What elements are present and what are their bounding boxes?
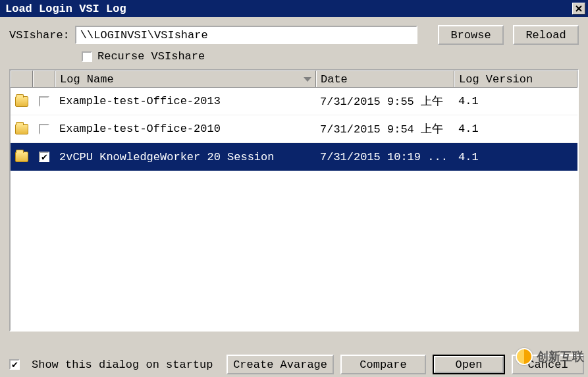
close-icon [575, 5, 582, 12]
recurse-label: Recurse VSIshare [97, 50, 205, 63]
browse-button[interactable]: Browse [438, 25, 504, 45]
share-label: VSIshare: [9, 29, 70, 42]
column-name-label: Log Name [60, 73, 114, 86]
column-version[interactable]: Log Version [454, 71, 577, 87]
show-on-startup-label: Show this dialog on startup [32, 359, 213, 371]
row-checkbox[interactable] [39, 152, 49, 162]
column-check[interactable] [33, 71, 55, 87]
row-icon-cell [11, 88, 33, 115]
column-version-label: Log Version [459, 73, 533, 86]
window-title: Load Login VSI Log [3, 3, 572, 15]
row-check-cell [33, 88, 55, 115]
reload-button[interactable]: Reload [513, 25, 579, 45]
title-bar: Load Login VSI Log [0, 0, 588, 17]
column-icon[interactable] [11, 71, 33, 87]
row-date: 7/31/2015 9:55 上午 [316, 88, 454, 115]
row-name: Example-test-Office-2013 [55, 88, 316, 115]
client-area: VSIshare: Browse Reload Recurse VSIshare… [0, 17, 588, 337]
row-date: 7/31/2015 10:19 ... [316, 143, 454, 171]
cancel-button[interactable]: Cancel [512, 355, 584, 374]
sort-desc-icon [304, 77, 311, 82]
list-row[interactable]: Example-test-Office-20137/31/2015 9:55 上… [11, 88, 577, 115]
recurse-row: Recurse VSIshare [82, 50, 579, 63]
row-icon-cell [11, 143, 33, 171]
row-name: 2vCPU KnowledgeWorker 20 Session [55, 143, 316, 171]
create-average-button[interactable]: Create Avarage [227, 355, 334, 374]
share-input[interactable] [75, 26, 417, 44]
row-checkbox[interactable] [39, 96, 49, 107]
default-button-frame: Open [433, 355, 505, 374]
row-name: Example-test-Office-2010 [55, 115, 316, 142]
list-body: Example-test-Office-20137/31/2015 9:55 上… [11, 88, 577, 171]
list-row[interactable]: Example-test-Office-20107/31/2015 9:54 上… [11, 115, 577, 143]
column-name[interactable]: Log Name [55, 71, 316, 87]
show-on-startup-checkbox[interactable] [9, 359, 20, 370]
row-date: 7/31/2015 9:54 上午 [316, 115, 454, 142]
row-version: 4.1 [454, 143, 577, 171]
row-icon-cell [11, 115, 33, 142]
footer: Show this dialog on startup Create Avara… [9, 355, 584, 374]
close-button[interactable] [572, 3, 585, 14]
folder-icon [15, 152, 28, 162]
compare-button[interactable]: Compare [340, 355, 426, 374]
folder-icon [15, 96, 28, 107]
column-date[interactable]: Date [316, 71, 454, 87]
row-checkbox[interactable] [39, 124, 49, 134]
list-header: Log Name Date Log Version [11, 71, 577, 88]
recurse-checkbox[interactable] [82, 51, 92, 62]
column-date-label: Date [321, 73, 348, 86]
row-version: 4.1 [454, 88, 577, 115]
row-check-cell [33, 143, 55, 171]
folder-icon [15, 124, 28, 134]
share-row: VSIshare: Browse Reload [9, 25, 579, 45]
log-list[interactable]: Log Name Date Log Version Example-test-O… [9, 69, 579, 332]
row-version: 4.1 [454, 115, 577, 142]
open-button[interactable]: Open [434, 356, 504, 373]
list-row[interactable]: 2vCPU KnowledgeWorker 20 Session7/31/201… [11, 143, 577, 171]
row-check-cell [33, 115, 55, 142]
